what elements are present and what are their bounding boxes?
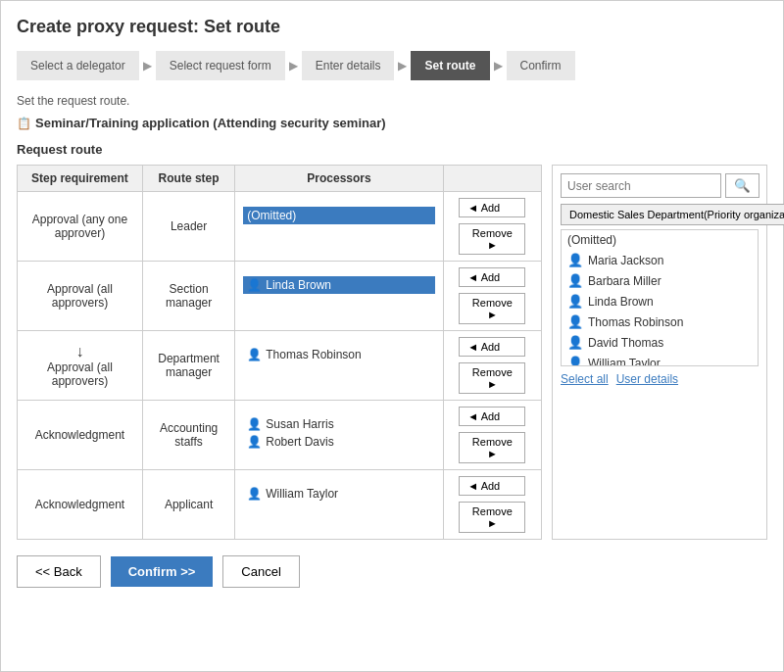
actions-cell: ◄ Add Remove ►	[443, 331, 541, 401]
user-icon: 👤	[247, 487, 262, 501]
table-row: AcknowledgmentApplicant👤William Taylor ◄…	[18, 470, 542, 540]
right-panel: 🔍 Domestic Sales Department(Priority org…	[552, 165, 767, 540]
remove-button[interactable]: Remove ►	[459, 362, 525, 394]
user-icon: 👤	[567, 335, 583, 350]
table-row: AcknowledgmentAccounting staffs👤Susan Ha…	[18, 401, 542, 470]
remove-button[interactable]: Remove ►	[459, 432, 525, 463]
route-container: Step requirement Route step Processors A…	[17, 165, 767, 540]
user-name: (Omitted)	[567, 233, 616, 247]
user-list-item[interactable]: 👤Barbara Miller	[562, 270, 758, 291]
add-button[interactable]: ◄ Add	[459, 267, 525, 287]
processor-item[interactable]: (Omitted)	[243, 207, 434, 224]
processors-cell: 👤Susan Harris👤Robert Davis	[235, 401, 443, 470]
wizard-step-confirm[interactable]: Confirm	[507, 51, 575, 80]
processors-cell: 👤Thomas Robinson	[235, 331, 443, 401]
wizard-steps: Select a delegator ▶ Select request form…	[17, 51, 767, 80]
wizard-step-set-route[interactable]: Set route	[411, 51, 489, 80]
wizard-arrow-4: ▶	[490, 59, 507, 72]
user-list-item[interactable]: 👤David Thomas	[562, 332, 758, 353]
user-name: Thomas Robinson	[588, 315, 683, 329]
wizard-step-select-form[interactable]: Select request form	[156, 51, 285, 80]
action-buttons: ◄ Add Remove ►	[452, 337, 533, 394]
user-name: David Thomas	[588, 336, 663, 350]
search-input[interactable]	[561, 173, 721, 198]
user-icon: 👤	[247, 348, 262, 361]
user-list-item[interactable]: (Omitted)	[562, 230, 758, 250]
bottom-bar: << Back Confirm >> Cancel	[17, 555, 767, 588]
user-name: William Taylor	[588, 357, 661, 367]
processors-cell: (Omitted)	[235, 192, 443, 262]
action-buttons: ◄ Add Remove ►	[452, 267, 533, 324]
actions-cell: ◄ Add Remove ►	[443, 470, 541, 540]
user-list-item[interactable]: 👤Thomas Robinson	[562, 312, 758, 332]
processor-name: Linda Brown	[266, 278, 331, 292]
col-header-route-step: Route step	[142, 166, 234, 192]
wizard-step-select-delegator[interactable]: Select a delegator	[17, 51, 139, 80]
table-row: Approval (all approvers)Section manager👤…	[18, 262, 542, 331]
route-step-cell: Leader	[142, 192, 234, 262]
user-name: Barbara Miller	[588, 274, 662, 288]
add-button[interactable]: ◄ Add	[459, 337, 525, 357]
confirm-button[interactable]: Confirm >>	[111, 556, 214, 587]
step-req-cell: Acknowledgment	[18, 470, 143, 540]
processor-item[interactable]: 👤Susan Harris	[243, 415, 434, 433]
section-title: Request route	[17, 142, 767, 157]
add-button[interactable]: ◄ Add	[459, 407, 525, 426]
processor-name: Robert Davis	[266, 435, 333, 449]
col-header-actions	[443, 166, 541, 192]
route-step-cell: Section manager	[142, 262, 234, 331]
dept-select[interactable]: Domestic Sales Department(Priority organ…	[561, 204, 784, 225]
route-table: Step requirement Route step Processors A…	[17, 165, 542, 540]
actions-cell: ◄ Add Remove ►	[443, 401, 541, 470]
table-row: ↓Approval (all approvers)Department mana…	[18, 331, 542, 401]
user-list-item[interactable]: 👤William Taylor	[562, 353, 758, 366]
user-list-item[interactable]: 👤Linda Brown	[562, 291, 758, 312]
remove-button[interactable]: Remove ►	[459, 223, 525, 255]
search-button[interactable]: 🔍	[725, 173, 760, 198]
user-details-link[interactable]: User details	[616, 372, 678, 386]
form-label-icon: 📋	[17, 117, 31, 130]
processor-item[interactable]: 👤William Taylor	[243, 485, 434, 503]
processor-name: Susan Harris	[266, 417, 333, 431]
add-button[interactable]: ◄ Add	[459, 198, 525, 217]
processor-name: (Omitted)	[247, 209, 296, 222]
remove-button[interactable]: Remove ►	[459, 293, 525, 324]
subtitle: Set the request route.	[17, 94, 767, 108]
remove-button[interactable]: Remove ►	[459, 502, 525, 533]
processors-cell: 👤Linda Brown	[235, 262, 443, 331]
search-row: 🔍	[561, 173, 759, 198]
select-all-link[interactable]: Select all	[561, 372, 609, 386]
wizard-step-enter-details[interactable]: Enter details	[302, 51, 395, 80]
user-list: (Omitted)👤Maria Jackson👤Barbara Miller👤L…	[561, 229, 759, 366]
user-icon: 👤	[567, 356, 583, 366]
form-label: 📋 Seminar/Training application (Attendin…	[17, 116, 767, 130]
processor-item[interactable]: 👤Robert Davis	[243, 433, 434, 451]
wizard-arrow-2: ▶	[285, 59, 302, 72]
route-step-cell: Accounting staffs	[142, 401, 234, 470]
dept-select-row: Domestic Sales Department(Priority organ…	[561, 204, 759, 225]
actions-cell: ◄ Add Remove ►	[443, 192, 541, 262]
user-list-item[interactable]: 👤Maria Jackson	[562, 250, 758, 270]
wizard-arrow-1: ▶	[139, 59, 156, 72]
user-icon: 👤	[567, 294, 583, 309]
cancel-button[interactable]: Cancel	[222, 555, 299, 588]
user-icon: 👤	[567, 253, 583, 267]
processor-name: Thomas Robinson	[266, 348, 361, 361]
step-req-text: Approval (all approvers)	[47, 360, 113, 388]
processor-item[interactable]: 👤Linda Brown	[243, 276, 434, 294]
processor-name: William Taylor	[266, 487, 338, 501]
col-header-step-req: Step requirement	[18, 166, 143, 192]
list-links: Select all User details	[561, 372, 759, 386]
processors-cell: 👤William Taylor	[235, 470, 443, 540]
processor-item[interactable]: 👤Thomas Robinson	[243, 346, 434, 363]
add-button[interactable]: ◄ Add	[459, 476, 525, 496]
user-icon: 👤	[247, 278, 262, 292]
step-req-cell: Approval (all approvers)	[18, 262, 143, 331]
step-req-cell: Acknowledgment	[18, 401, 143, 470]
user-name: Maria Jackson	[588, 254, 663, 267]
back-button[interactable]: << Back	[17, 555, 101, 588]
actions-cell: ◄ Add Remove ►	[443, 262, 541, 331]
page-title: Create proxy request: Set route	[17, 17, 767, 37]
col-header-processors: Processors	[235, 166, 443, 192]
user-icon: 👤	[247, 435, 262, 449]
